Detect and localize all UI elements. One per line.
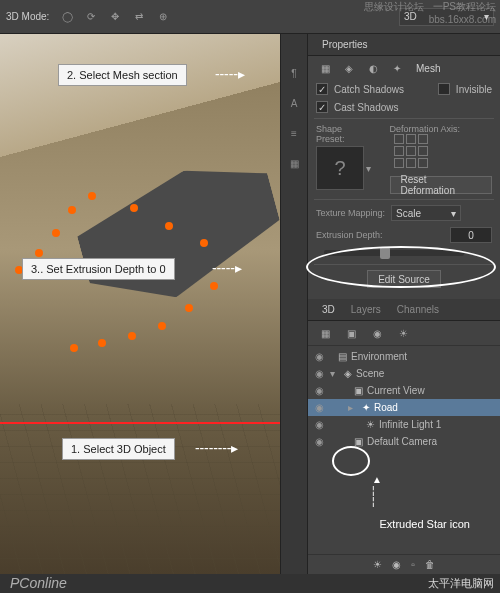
brush-icon[interactable]: ≡ [285, 124, 303, 142]
filter-material-icon[interactable]: ◉ [368, 325, 386, 341]
invisible-checkbox[interactable] [438, 83, 450, 95]
watermark-pconline: PConline [10, 575, 67, 591]
tool-icons-group: ◯ ⟳ ✥ ⇄ ⊕ [57, 7, 173, 27]
arrow-icon: - - - - - - - - ▸ [195, 440, 236, 456]
deform-section-icon[interactable]: ◈ [340, 60, 358, 76]
chevron-down-icon: ▾ [451, 208, 456, 219]
roll-icon[interactable]: ⟳ [81, 7, 101, 27]
chevron-down-icon[interactable]: ▾ [366, 163, 371, 174]
right-panels: Properties ▦ ◈ ◐ ✦ Mesh ✓ Catch Shadows … [308, 34, 500, 574]
eye-icon[interactable]: ◉ [312, 368, 326, 379]
layer-environment[interactable]: ◉ ▤ Environment [308, 348, 500, 365]
properties-tab[interactable]: Properties [314, 37, 376, 52]
invisible-label: Invisible [456, 84, 492, 95]
mesh-label: Mesh [416, 63, 440, 74]
tab-channels[interactable]: Channels [389, 302, 447, 317]
canvas[interactable] [0, 34, 280, 574]
type-a-icon[interactable]: A [285, 94, 303, 112]
extrusion-depth-slider[interactable] [324, 250, 464, 256]
deformation-axis-grid[interactable] [394, 134, 493, 168]
tab-layers[interactable]: Layers [343, 302, 389, 317]
swatches-icon[interactable]: ▦ [285, 154, 303, 172]
render-icon[interactable]: ◉ [392, 559, 401, 570]
layer-default-camera[interactable]: ◉ ▣ Default Camera [308, 433, 500, 450]
layer-road[interactable]: ◉ ▸ ✦ Road [308, 399, 500, 416]
slide-icon[interactable]: ⇄ [129, 7, 149, 27]
shape-preset-label: Shape Preset: [316, 124, 372, 144]
camera-icon: ▣ [354, 385, 363, 396]
expand-icon[interactable]: ▾ [330, 368, 340, 379]
horizon-line [0, 422, 280, 424]
reset-deformation-button[interactable]: Reset Deformation [390, 176, 493, 194]
light-icon: ☀ [366, 419, 375, 430]
arrow-icon: - - - - - ▸ [212, 260, 240, 276]
edit-source-button[interactable]: Edit Source [367, 270, 441, 288]
watermark-pacific: 太平洋电脑网 [428, 576, 494, 591]
layer-infinite-light[interactable]: ◉ ☀ Infinite Light 1 [308, 416, 500, 433]
callout-step1: 1. Select 3D Object [62, 438, 175, 460]
pan-icon[interactable]: ✥ [105, 7, 125, 27]
extrusion-depth-label: Extrusion Depth: [316, 230, 383, 240]
cast-shadows-label: Cast Shadows [334, 102, 398, 113]
expand-icon[interactable]: ▸ [348, 402, 358, 413]
paragraph-icon[interactable]: ¶ [285, 64, 303, 82]
camera-icon: ▣ [354, 436, 363, 447]
filter-mesh-icon[interactable]: ▣ [342, 325, 360, 341]
orbit-icon[interactable]: ◯ [57, 7, 77, 27]
eye-icon[interactable]: ◉ [312, 385, 326, 396]
properties-section-tabs: ▦ ◈ ◐ ✦ Mesh [308, 56, 500, 80]
mode-label: 3D Mode: [6, 11, 49, 22]
extrusion-depth-input[interactable]: 0 [450, 227, 492, 243]
extruded-star-icon: ✦ [362, 402, 370, 413]
layer-current-view[interactable]: ◉ ▣ Current View [308, 382, 500, 399]
filter-light-icon[interactable]: ☀ [394, 325, 412, 341]
cap-section-icon[interactable]: ◐ [364, 60, 382, 76]
catch-shadows-label: Catch Shadows [334, 84, 404, 95]
extruded-star-label: Extruded Star icon [380, 518, 471, 530]
scene-icon: ◈ [344, 368, 352, 379]
watermark-top: 思缘设计论坛 一PS教程论坛 bbs.16xx8.com [364, 0, 496, 25]
new-light-icon[interactable]: ☀ [373, 559, 382, 570]
vertical-icon-strip: ¶ A ≡ ▦ [280, 34, 308, 574]
3d-panel-header: 3D Layers Channels [308, 299, 500, 321]
shape-preset-thumb[interactable]: ? [316, 146, 364, 190]
eye-icon[interactable]: ◉ [312, 436, 326, 447]
texture-mapping-label: Texture Mapping: [316, 208, 385, 218]
coords-section-icon[interactable]: ✦ [388, 60, 406, 76]
new-object-icon[interactable]: ▫ [411, 559, 415, 570]
eye-icon[interactable]: ◉ [312, 402, 326, 413]
mesh-section-icon[interactable]: ▦ [316, 60, 334, 76]
filter-whole-icon[interactable]: ▦ [316, 325, 334, 341]
arrow-icon: - - - - - ▸ [215, 66, 243, 82]
3d-object-list: ◉ ▤ Environment ◉ ▾ ◈ Scene ◉ ▣ Current … [308, 346, 500, 452]
3d-panel-footer: ☀ ◉ ▫ 🗑 [308, 554, 500, 574]
ground-plane-grid [0, 404, 280, 574]
tab-3d[interactable]: 3D [314, 302, 343, 317]
eye-icon[interactable]: ◉ [312, 351, 326, 362]
arrow-up-icon: ▲¦¦ [372, 474, 382, 507]
delete-icon[interactable]: 🗑 [425, 559, 435, 570]
eye-icon[interactable]: ◉ [312, 419, 326, 430]
callout-step3: 3.. Set Extrusion Depth to 0 [22, 258, 175, 280]
catch-shadows-checkbox[interactable]: ✓ [316, 83, 328, 95]
3d-filter-icons: ▦ ▣ ◉ ☀ [308, 321, 500, 346]
layer-scene[interactable]: ◉ ▾ ◈ Scene [308, 365, 500, 382]
cast-shadows-checkbox[interactable]: ✓ [316, 101, 328, 113]
callout-step2: 2. Select Mesh section [58, 64, 187, 86]
texture-mapping-dropdown[interactable]: Scale▾ [391, 205, 461, 221]
properties-header: Properties [308, 34, 500, 56]
deform-axis-label: Deformation Axis: [390, 124, 493, 134]
zoom-icon[interactable]: ⊕ [153, 7, 173, 27]
env-icon: ▤ [338, 351, 347, 362]
